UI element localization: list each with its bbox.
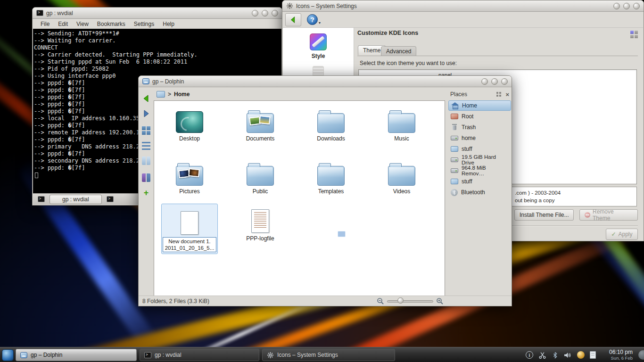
sidebar-item-style[interactable]: Style bbox=[283, 33, 354, 59]
icons-view-button[interactable] bbox=[140, 125, 152, 136]
menu-settings[interactable]: Settings bbox=[134, 21, 154, 27]
minimize-button[interactable] bbox=[613, 3, 620, 9]
photo-thumbnail bbox=[259, 115, 271, 124]
back-arrow-icon bbox=[289, 16, 297, 24]
iconbox bbox=[303, 156, 359, 186]
maximize-button[interactable] bbox=[491, 78, 498, 85]
place-stuff[interactable]: stuff bbox=[448, 144, 511, 154]
file-tile-videos[interactable]: Videos bbox=[373, 156, 430, 195]
file-tile-music[interactable]: Music bbox=[373, 104, 430, 142]
file-tile-new-document[interactable]: New document 1. 2011_01_20_16_5... bbox=[161, 204, 218, 254]
terminal-tab[interactable]: gp : wvdial bbox=[50, 195, 102, 204]
terminal-line: --> Pid of pppd: 25082 bbox=[34, 66, 281, 73]
dolphin-file-view[interactable]: Desktop Documents Downloads Music bbox=[154, 100, 445, 296]
file-tile-desktop[interactable]: Desktop bbox=[161, 104, 218, 142]
place-removable-drive[interactable]: 964.8 MiB Remov… bbox=[448, 165, 511, 176]
file-label: Videos bbox=[373, 188, 430, 195]
close-button[interactable] bbox=[633, 3, 640, 9]
plus-icon: + bbox=[144, 189, 149, 197]
breadcrumb-home[interactable]: Home bbox=[174, 91, 190, 98]
file-label: Templates bbox=[303, 188, 359, 195]
terminal-line: --> Starting pppd at Sun Feb 6 18:08:22 … bbox=[34, 58, 281, 66]
rename-text-box[interactable]: New document 1. 2011_01_20_16_5... bbox=[163, 237, 216, 252]
menu-view[interactable]: View bbox=[76, 21, 89, 27]
menu-help[interactable]: Help bbox=[163, 21, 174, 27]
install-theme-button[interactable]: Install Theme File... bbox=[514, 209, 574, 221]
zoom-in-icon[interactable] bbox=[436, 297, 444, 305]
task-wvdial[interactable]: gp : wvdial bbox=[140, 349, 259, 361]
maximize-button[interactable] bbox=[623, 3, 630, 9]
task-system-settings[interactable]: Icons – System Settings bbox=[262, 349, 395, 361]
close-button[interactable] bbox=[501, 78, 508, 85]
file-tile-documents[interactable]: Documents bbox=[232, 104, 289, 142]
place-home-partition[interactable]: home bbox=[448, 133, 511, 143]
drive-icon bbox=[451, 136, 458, 140]
close-button[interactable] bbox=[272, 10, 278, 16]
menu-bookmarks[interactable]: Bookmarks bbox=[97, 21, 125, 27]
app-launcher-button[interactable] bbox=[2, 349, 14, 361]
file-tile-downloads[interactable]: Downloads bbox=[303, 104, 359, 142]
split-tab-button[interactable] bbox=[106, 195, 115, 204]
split-view-button[interactable] bbox=[140, 172, 152, 183]
place-root[interactable]: Root bbox=[448, 111, 511, 122]
panel-cashew[interactable] bbox=[638, 350, 644, 360]
apply-button[interactable]: ✓ Apply bbox=[606, 229, 638, 240]
forward-button[interactable] bbox=[140, 108, 152, 119]
clock-time: 06:10 pm bbox=[609, 349, 633, 355]
overview-grid-icon[interactable] bbox=[630, 31, 638, 38]
icon-theme-select-label: Select the icon theme you want to use: bbox=[360, 60, 457, 66]
place-stuff-2[interactable]: stuff bbox=[448, 176, 511, 187]
icon-tasks-icon[interactable] bbox=[313, 66, 324, 76]
panel-clock[interactable]: 06:10 pm Sun, 6 Feb bbox=[609, 349, 633, 361]
place-label: 19.5 GiB Hard Drive bbox=[462, 154, 509, 165]
iconbox bbox=[232, 156, 289, 186]
place-home[interactable]: Home bbox=[448, 100, 511, 111]
dolphin-titlebar[interactable]: gp – Dolphin bbox=[139, 76, 512, 87]
file-tile-pictures[interactable]: Pictures bbox=[161, 156, 218, 195]
back-arrow-icon bbox=[141, 94, 151, 103]
help-button[interactable]: ? ▾ bbox=[307, 14, 321, 25]
folder-icon bbox=[388, 113, 415, 133]
info-tray-icon[interactable]: i bbox=[526, 351, 533, 359]
tab-advanced[interactable]: Advanced bbox=[381, 46, 416, 56]
place-hard-drive[interactable]: 19.5 GiB Hard Drive bbox=[448, 155, 511, 165]
new-tab-button[interactable] bbox=[36, 195, 46, 204]
remove-theme-button[interactable]: Remove Theme bbox=[579, 209, 638, 221]
minimize-button[interactable] bbox=[252, 10, 258, 16]
icons-view-icon bbox=[142, 126, 150, 135]
file-tile-ppp-logfile[interactable]: PPP-logfile bbox=[232, 204, 289, 242]
file-tile-templates[interactable]: Templates bbox=[303, 156, 359, 195]
minimize-button[interactable] bbox=[481, 78, 488, 85]
zoom-slider-track[interactable] bbox=[387, 300, 433, 303]
volume-tray-icon[interactable] bbox=[564, 352, 572, 359]
place-trash[interactable]: Trash bbox=[448, 122, 511, 132]
clipboard-tray-icon[interactable] bbox=[590, 351, 596, 359]
details-view-button[interactable] bbox=[140, 140, 152, 151]
iconbox bbox=[162, 206, 217, 235]
chevron-down-icon: ▾ bbox=[319, 21, 321, 25]
new-tab-button[interactable]: + bbox=[140, 187, 152, 198]
terminal-line: CONNECT bbox=[34, 44, 281, 51]
file-tile-public[interactable]: Public bbox=[232, 156, 289, 195]
menu-edit[interactable]: Edit bbox=[58, 21, 68, 27]
float-panel-icon[interactable] bbox=[496, 92, 502, 97]
back-button[interactable] bbox=[140, 93, 152, 104]
places-root-icon[interactable] bbox=[157, 91, 165, 98]
split-view-icon bbox=[142, 173, 150, 182]
menu-file[interactable]: File bbox=[41, 21, 50, 27]
klipper-scissors-icon[interactable] bbox=[538, 351, 546, 359]
device-notifier-icon[interactable] bbox=[577, 351, 585, 359]
terminal-titlebar[interactable]: gp : wvdial bbox=[33, 8, 282, 19]
task-dolphin[interactable]: gp – Dolphin bbox=[16, 349, 137, 361]
place-bluetooth[interactable]: Bluetooth bbox=[448, 187, 511, 197]
bluetooth-tray-icon[interactable] bbox=[552, 352, 559, 359]
back-button[interactable] bbox=[285, 13, 301, 26]
close-panel-icon[interactable]: × bbox=[505, 92, 509, 97]
dolphin-vertical-toolbar: + bbox=[139, 88, 154, 296]
zoom-out-icon[interactable] bbox=[377, 297, 384, 305]
columns-view-button[interactable] bbox=[140, 155, 152, 166]
settings-titlebar[interactable]: Icons – System Settings bbox=[282, 0, 644, 12]
zoom-slider-handle[interactable] bbox=[397, 297, 404, 304]
drag-ghost-icon bbox=[338, 231, 346, 237]
maximize-button[interactable] bbox=[262, 10, 268, 16]
